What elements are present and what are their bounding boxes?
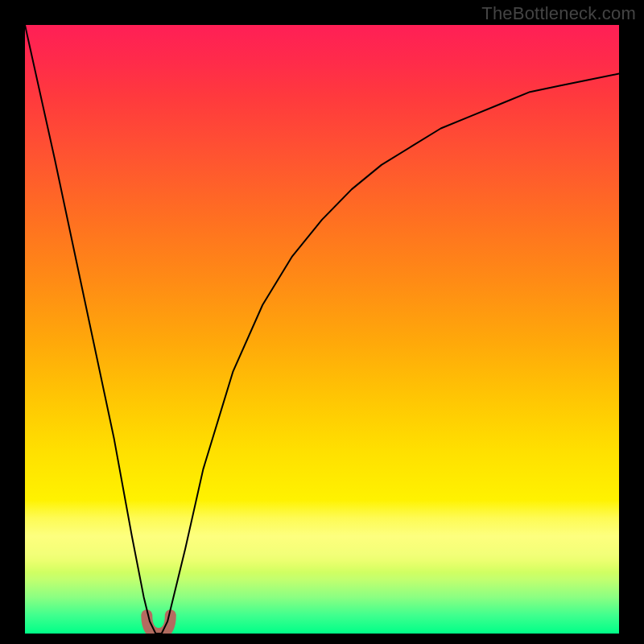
chart-stage: TheBottleneck.com [0,0,644,644]
plot-area [25,25,619,634]
bottleneck-curve [25,25,619,634]
watermark-label: TheBottleneck.com [481,3,636,24]
curve-layer [25,25,619,634]
